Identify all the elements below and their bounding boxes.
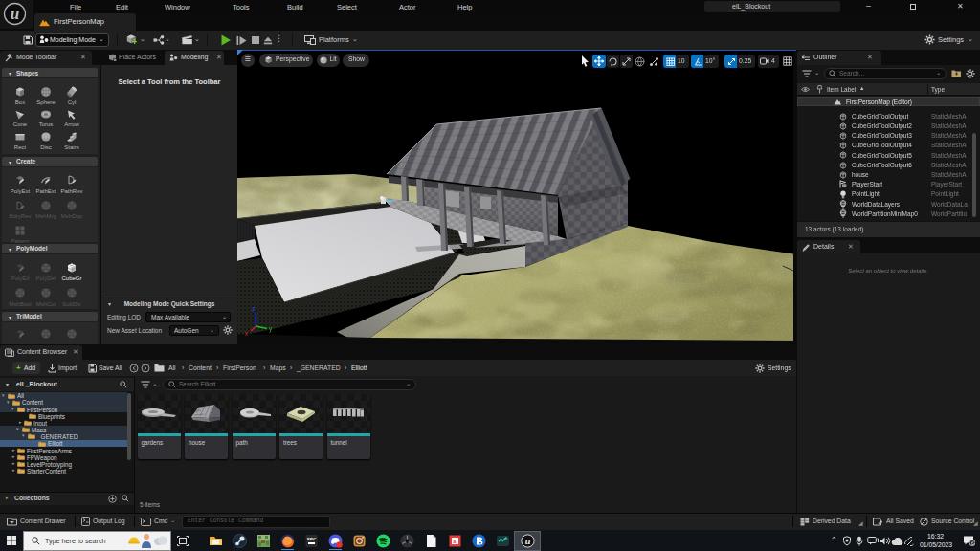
svg-text:6: 6 bbox=[971, 540, 974, 546]
svg-text:u: u bbox=[525, 536, 531, 546]
svg-text:PG: PG bbox=[843, 185, 847, 188]
svg-text:EPIC: EPIC bbox=[307, 537, 316, 541]
svg-text:z: z bbox=[252, 305, 255, 312]
svg-text:u: u bbox=[11, 5, 19, 23]
